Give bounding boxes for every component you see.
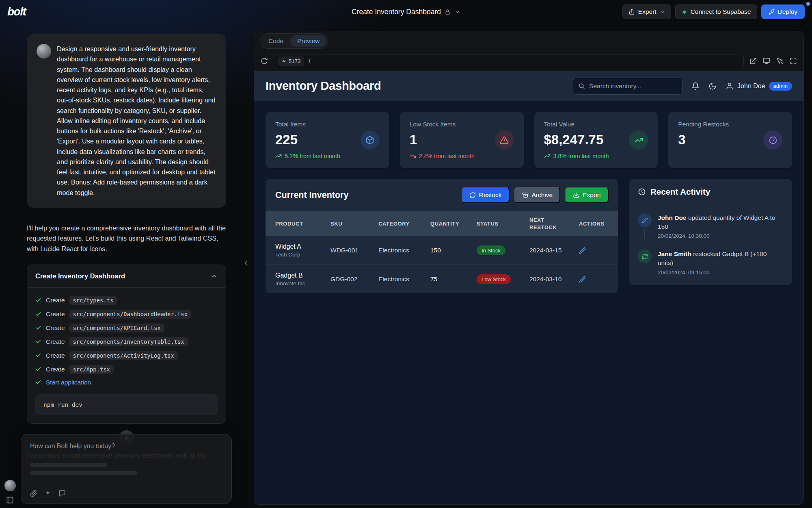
profile-avatar[interactable]	[4, 480, 16, 491]
artifact-step: Create src/components/DashboardHeader.ts…	[35, 307, 218, 321]
sidebar-toggle-icon[interactable]	[6, 496, 14, 504]
open-external-icon[interactable]	[749, 57, 757, 65]
activity-actor: John Doe	[658, 214, 687, 221]
step-action: Create	[46, 310, 65, 318]
connect-supabase-label: Connect to Supabase	[691, 8, 751, 15]
chevron-up-icon[interactable]	[211, 273, 218, 280]
check-icon	[35, 366, 41, 372]
export-button[interactable]: Export	[622, 4, 671, 19]
activity-text: John Doe updated quantity of Widget A to…	[658, 213, 783, 231]
step-action: Create	[46, 324, 65, 332]
deploy-button[interactable]: Deploy	[761, 4, 805, 19]
port-pill[interactable]: 5173	[278, 56, 304, 66]
preview-app: Inventory Dashboard John Doe admin	[254, 71, 803, 504]
user-message-text: Design a responsive and user-friendly in…	[57, 44, 216, 198]
responsive-devices-icon[interactable]	[763, 57, 770, 65]
enhance-prompt-icon[interactable]	[44, 490, 52, 497]
step-file[interactable]: src/types.ts	[69, 296, 117, 305]
kpi-card-total-items: Total Items 225 5.2% from last month	[266, 112, 389, 168]
step-file[interactable]: src/components/ActivityLog.tsx	[69, 351, 178, 360]
product-supplier: Innovate Inc	[275, 280, 322, 287]
kpi-label: Pending Restocks	[678, 121, 729, 128]
topbar: bolt Create Inventory Dashboard Export C…	[0, 0, 812, 24]
chevron-down-icon[interactable]	[454, 9, 460, 15]
search-input[interactable]	[589, 82, 677, 90]
step-file[interactable]: src/components/KPICard.tsx	[69, 323, 164, 332]
product-quantity[interactable]: 75	[426, 265, 473, 294]
faded-suggestion	[30, 463, 107, 467]
kpi-card-low-stock: Low Stock Items 1 2.4% from last month	[400, 112, 524, 168]
dashboard-content: Current Inventory Restock Archive Exp	[254, 168, 803, 304]
rocket-icon	[769, 9, 775, 15]
reload-icon[interactable]	[261, 57, 268, 65]
chat-input[interactable]	[30, 443, 222, 460]
tab-code[interactable]: Code	[261, 35, 290, 47]
chat-mode-icon[interactable]	[58, 490, 66, 497]
step-file[interactable]: src/components/InventoryTable.tsx	[69, 337, 188, 346]
refresh-icon	[638, 250, 652, 263]
table-header-row: Product SKU Category Quantity Status Nex…	[266, 211, 618, 236]
bell-icon[interactable]	[691, 82, 700, 90]
clock-icon	[638, 188, 646, 196]
attach-link-icon[interactable]	[30, 490, 37, 497]
edit-icon[interactable]	[579, 276, 614, 283]
dark-mode-toggle-icon[interactable]	[708, 82, 717, 90]
inventory-title: Current Inventory	[275, 190, 348, 200]
start-application-link[interactable]: Start application	[46, 379, 91, 386]
port-number: 5173	[289, 58, 300, 64]
bolt-logo[interactable]: bolt	[7, 5, 26, 18]
kpi-delta-text: 2.4% from last month	[419, 153, 475, 159]
export-label: Export	[638, 8, 657, 15]
check-icon	[35, 339, 41, 345]
tab-preview[interactable]: Preview	[290, 35, 326, 47]
activity-timestamp: 20/02/2024, 10:30:00	[658, 233, 783, 239]
step-file[interactable]: src/components/DashboardHeader.tsx	[69, 310, 191, 319]
activity-header: Recent Activity	[629, 179, 792, 205]
export-inventory-button[interactable]: Export	[565, 187, 609, 203]
table-row[interactable]: Gadget B Innovate Inc GDG-002 Electronic…	[266, 265, 618, 294]
chat-composer	[21, 434, 232, 504]
user-menu[interactable]: John Doe admin	[726, 82, 792, 91]
project-title-group[interactable]: Create Inventory Dashboard	[352, 8, 460, 16]
archive-button[interactable]: Archive	[514, 187, 561, 203]
trending-up-icon	[544, 153, 551, 159]
inspector-icon[interactable]	[776, 57, 784, 65]
chevron-down-icon	[660, 9, 665, 15]
fullscreen-icon[interactable]	[790, 57, 797, 65]
restock-button[interactable]: Restock	[462, 187, 510, 203]
alert-triangle-icon	[495, 130, 514, 150]
activity-title: Recent Activity	[650, 187, 710, 197]
connect-supabase-button[interactable]: Connect to Supabase	[675, 4, 757, 19]
product-sku: WDG-001	[326, 236, 374, 265]
step-action: Create	[46, 352, 65, 359]
refresh-icon	[469, 192, 476, 198]
url-path: /	[309, 58, 310, 64]
activity-card: Recent Activity John Doe updated quantit…	[629, 179, 792, 285]
chat-collapse-handle[interactable]	[242, 259, 250, 267]
kpi-value: 3	[678, 132, 729, 148]
artifact-step-start: Start application	[35, 376, 218, 389]
faded-suggestion	[30, 471, 138, 475]
chat-panel: Design a responsive and user-friendly in…	[0, 24, 254, 508]
url-field[interactable]: 5173 /	[274, 54, 744, 68]
kpi-label: Total Items	[275, 121, 340, 128]
step-file[interactable]: src/App.tsx	[69, 365, 114, 374]
activity-timestamp: 20/02/2024, 09:15:00	[658, 269, 783, 276]
kpi-delta: 2.4% from last month	[410, 153, 475, 159]
restock-label: Restock	[479, 191, 502, 199]
dev-server-bolt-icon	[282, 59, 286, 63]
product-quantity[interactable]: 150	[426, 236, 473, 265]
table-row[interactable]: Widget A Tech Corp WDG-001 Electronics 1…	[266, 236, 618, 265]
archive-label: Archive	[532, 191, 553, 199]
artifact-header[interactable]: Create Inventory Dashboard	[27, 265, 226, 288]
user-icon	[726, 82, 734, 90]
user-avatar	[37, 44, 51, 59]
edit-icon[interactable]	[579, 247, 614, 254]
kpi-delta-text: 5.2% from last month	[285, 153, 340, 159]
dashboard-title: Inventory Dashboard	[266, 79, 381, 93]
activity-item: Jane Smith restocked Gadget B (+100 unit…	[638, 250, 783, 275]
preview-browser-bar: 5173 /	[254, 51, 803, 71]
lock-icon[interactable]	[445, 9, 451, 15]
col-product: Product	[266, 211, 326, 236]
check-icon	[35, 379, 41, 385]
